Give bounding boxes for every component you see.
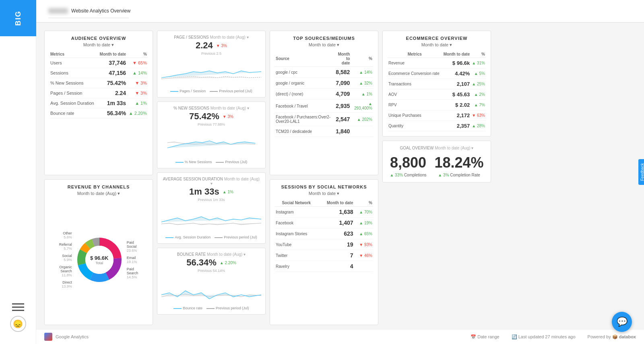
avg-session-card: AVERAGE SESSION DURATION Month to date (… (157, 172, 266, 244)
revenue-subtitle[interactable]: Month to date (Aug) (50, 191, 148, 196)
source-name: google / organic (275, 78, 334, 89)
source-value: 2,547 (334, 113, 351, 126)
ecomm-metric-name: Ecommerce Conversion rate (388, 68, 442, 79)
as-label: AVERAGE SESSION DURATION Month to date (… (161, 177, 261, 186)
metric-name: Pages / Session (50, 88, 97, 98)
source-name: Facebook / Purchasers:Over2-Over20-LAL1 (275, 113, 334, 126)
metric-pct: ▲ 1% (127, 98, 148, 108)
table-row: Sessions 47,156 ▲ 14% (50, 68, 148, 78)
ecomm-metric-value: 2,172 (442, 110, 471, 121)
col-metrics: Metrics (50, 51, 97, 58)
footer-right: 📅 Date range 🔄 Last updated 27 minutes a… (471, 334, 636, 340)
social-table: Social Network Month to date % Instagram… (275, 199, 373, 272)
footer: Google Analytics 📅 Date range 🔄 Last upd… (36, 329, 644, 344)
ecomm-metric-name: Quantity (388, 121, 442, 131)
table-row: Quantity 2,357 ▲ 28% (388, 121, 486, 131)
source-pct: ▲ 202% (351, 113, 373, 126)
ecomm-subtitle[interactable]: Month to date (388, 42, 486, 48)
footer-left: Google Analytics (44, 333, 89, 341)
ps-value: 2.24 (196, 40, 213, 51)
ecomm-metric-pct: ▼ 63% (471, 110, 486, 121)
table-row: Instagram 1,638 ▲ 70% (275, 207, 373, 218)
goal-completions-sub: 33% Completions (390, 173, 426, 177)
table-row: google / cpc 8,582 ▲ 14% (275, 67, 373, 78)
sources-col-source: Source (275, 51, 334, 67)
metric-pct: ▲ 14% (127, 68, 148, 78)
footer-source: Google Analytics (56, 334, 89, 339)
table-row: TCM20 / dedicatede 1,840 (275, 126, 373, 137)
metric-pct: ▼ 65% (127, 58, 148, 68)
header: LFR.com Website Analytics Overview (36, 0, 644, 23)
ecomm-metric-value: $ 45.63 (442, 89, 471, 100)
ecomm-metric-value: $ 96.6k (442, 58, 471, 68)
label-paid-search: PaidSearch14.5% (127, 267, 138, 279)
table-row: RPV $ 2.02 ▲ 7% (388, 100, 486, 110)
ns-prev: Previous 77.88% (161, 122, 261, 126)
social-value: 4 (318, 261, 354, 272)
source-pct: ▲ 14% (351, 67, 373, 78)
social-pct: ▲ 65% (354, 228, 374, 239)
table-row: Avg. Session Duration 1m 33s ▲ 1% (50, 98, 148, 108)
menu-icon[interactable] (12, 307, 24, 308)
metric-pct: ▼ 3% (127, 88, 148, 98)
ecomm-metric-value: 4.42% (442, 68, 471, 79)
ecomm-col-metric: Metrics (388, 51, 442, 58)
sources-subtitle[interactable]: Month to date (275, 42, 373, 48)
social-name: Ravelry (275, 261, 318, 272)
revenue-labels-right: PaidSocial23.6% Email19.1% PaidSearch14.… (127, 240, 138, 279)
label-paid-social: PaidSocial23.6% (127, 240, 138, 253)
metric-pct: ▼ 3% (127, 78, 148, 88)
new-sessions-card: % NEW SESSIONS Month to date (Aug) ▾ 75.… (157, 102, 266, 168)
source-value: 4,709 (334, 89, 351, 99)
revenue-labels-left: Other5.6% Referral5.7% Social5.9% Organi… (59, 231, 72, 288)
table-row: Bounce rate 56.34% ▲ 2.20% (50, 108, 148, 118)
metric-name: % New Sessions (50, 78, 97, 88)
metric-pct: ▲ 2.20% (127, 108, 148, 118)
audience-overview-card: AUDIENCE OVERVIEW Month to date Metrics … (44, 31, 153, 175)
as-change: 1% (223, 190, 233, 194)
ecomm-metric-pct: ▲ 5% (471, 68, 486, 79)
social-value: 623 (318, 228, 354, 239)
label-organic: OrganicSearch11.8% (59, 265, 72, 277)
goal-numbers: 8,800 33% Completions 18.24% 3% Completi… (388, 154, 486, 177)
ecommerce-column: ECOMMERCE OVERVIEW Month to date Metrics… (382, 31, 491, 325)
footer-last-updated: 🔄 Last updated 27 minutes ago (512, 334, 576, 340)
metric-value: 47,156 (97, 68, 127, 78)
ecomm-metric-value: 2,357 (442, 121, 471, 131)
ecomm-metric-name: Unique Purchases (388, 110, 442, 121)
table-row: Unique Purchases 2,172 ▼ 63% (388, 110, 486, 121)
as-legend: Avg. Session Duration Previous period (J… (161, 235, 261, 239)
social-subtitle[interactable]: Month to date (275, 191, 373, 196)
chat-button[interactable]: 💬 (612, 312, 632, 332)
ps-legend: Pages / Session Previous period (Jul) (161, 89, 261, 93)
feedback-button[interactable]: Feedback (639, 159, 644, 185)
br-chart (161, 275, 261, 303)
label-other: Other5.6% (59, 231, 72, 239)
goal-rate-sub: 3% Completion Rate (434, 173, 483, 177)
ecomm-col-mtd: Month to date (442, 51, 471, 58)
goal-completions: 8,800 33% Completions (390, 154, 426, 177)
bounce-rate-card: BOUNCE RATE Month to date (Aug) ▾ 56.34%… (157, 248, 266, 315)
social-col-network: Social Network (275, 199, 318, 207)
ecomm-metric-value: 2,107 (442, 79, 471, 89)
title-blur: LFR.com (48, 8, 68, 14)
face-icon[interactable]: 😞 (10, 316, 26, 332)
source-name: Facebook / Travel (275, 99, 334, 113)
table-row: Twitter 7 ▼ 46% (275, 250, 373, 261)
footer-date-range[interactable]: 📅 Date range (471, 334, 500, 340)
as-prev: Previous 1m 33s (161, 198, 261, 202)
source-value: 1,840 (334, 126, 351, 137)
ecomm-metric-pct: ▲ 2% (471, 89, 486, 100)
social-name: Twitter (275, 250, 318, 261)
goal-rate: 18.24% 3% Completion Rate (434, 154, 483, 177)
audience-subtitle[interactable]: Month to date (50, 42, 148, 48)
table-row: AOV $ 45.63 ▲ 2% (388, 89, 486, 100)
sources-col-pct: % (351, 51, 373, 67)
social-pct: ▼ 46% (354, 250, 374, 261)
br-legend: Bounce rate Previous period (Jul) (161, 306, 261, 310)
goal-completions-value: 8,800 (390, 154, 426, 171)
ecomm-col-pct: % (471, 51, 486, 58)
table-row: google / organic 7,090 ▲ 32% (275, 78, 373, 89)
metric-value: 75.42% (97, 78, 127, 88)
sources-col-mtd: Month todate (334, 51, 351, 67)
